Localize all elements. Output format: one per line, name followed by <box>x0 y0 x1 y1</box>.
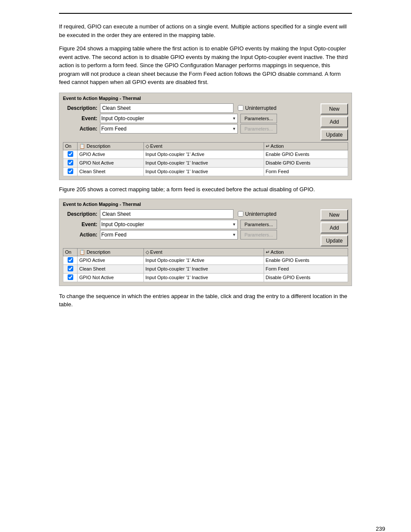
table-row: GPIO Active Input Opto-coupler '1' Activ… <box>63 256 348 264</box>
event-cell: Input Opto-coupler '1' Active <box>143 256 264 264</box>
figure-205-buttons: New Add Update <box>321 209 348 246</box>
figure-205-event-select-wrapper: Input Opto-coupler <box>100 220 238 229</box>
figure-205-col-desc: 📋 Description <box>78 248 143 256</box>
figure-205-new-btn[interactable]: New <box>321 209 348 221</box>
figure-205-left: Description: Uninterrupted Event: Input … <box>63 209 317 246</box>
figure-205-action-params-btn[interactable]: Parameters... <box>240 230 277 240</box>
figure-205-col-action: ↵ Action <box>264 248 348 256</box>
figure-205-event-params-btn[interactable]: Parameters... <box>240 220 277 229</box>
figure-205-table: On 📋 Description ◇ Event ↵ Action GPIO A… <box>63 248 348 282</box>
figure-204-event-select-wrapper: Input Opto-coupler <box>100 114 238 123</box>
figure-205-add-btn[interactable]: Add <box>321 222 348 233</box>
figure-204-action-row: Action: Form Feed Parameters... <box>63 124 317 134</box>
event-cell: Input Opto-coupler '1' Inactive <box>143 264 264 273</box>
figure-205-event-label: Event: <box>63 221 97 227</box>
action-cell: Disable GPIO Events <box>264 159 348 167</box>
on-cell[interactable] <box>63 256 78 264</box>
desc-cell: GPIO Active <box>78 150 143 159</box>
desc-cell: GPIO Not Active <box>78 273 143 282</box>
event-cell: Input Opto-coupler '1' Inactive <box>143 167 264 176</box>
figure-205-action-row: Action: Form Feed Parameters... <box>63 230 317 240</box>
action-cell: Disable GPIO Events <box>264 273 348 282</box>
table-row: Clean Sheet Input Opto-coupler '1' Inact… <box>63 167 348 176</box>
desc-cell: Clean Sheet <box>78 167 143 176</box>
figure-204-table: On 📋 Description ◇ Event ↵ Action GPIO A… <box>63 142 348 176</box>
figure-204-title: Event to Action Mapping - Thermal <box>63 96 348 101</box>
figure-204-col-desc: 📋 Description <box>78 142 143 150</box>
figure-204-event-select[interactable]: Input Opto-coupler <box>100 114 238 123</box>
action-cell: Form Feed <box>264 264 348 273</box>
figure-204-action-select[interactable]: Form Feed <box>100 124 238 134</box>
figure-205-col-event: ◇ Event <box>143 248 264 256</box>
figure-204-left: Description: Uninterrupted Event: Input … <box>63 103 317 140</box>
figure-204-desc-label: Description: <box>63 105 97 111</box>
figure-204-event-params-btn[interactable]: Parameters... <box>240 114 277 123</box>
figure-204-col-event: ◇ Event <box>143 142 264 150</box>
event-cell: Input Opto-coupler '1' Inactive <box>143 159 264 167</box>
table-row: GPIO Not Active Input Opto-coupler '1' I… <box>63 273 348 282</box>
figure-204-add-btn[interactable]: Add <box>321 116 348 128</box>
figure-205-desc-row: Description: Uninterrupted <box>63 209 317 219</box>
figure-205-inner: Description: Uninterrupted Event: Input … <box>63 209 348 246</box>
action-cell: Enable GPIO Events <box>264 256 348 264</box>
figure-205-title: Event to Action Mapping - Thermal <box>63 202 348 207</box>
figure-205-action-label: Action: <box>63 232 97 238</box>
figure-204-event-label: Event: <box>63 115 97 121</box>
figure-204-col-action: ↵ Action <box>264 142 348 150</box>
figure-205-col-on: On <box>63 248 78 256</box>
table-row: GPIO Active Input Opto-coupler '1' Activ… <box>63 150 348 159</box>
figure-205-desc-input[interactable] <box>100 209 234 219</box>
figure-205-action-select-wrapper: Form Feed <box>100 230 238 240</box>
figure-205-caption: Figure 205 shows a correct mapping table… <box>59 186 352 193</box>
event-cell: Input Opto-coupler '1' Inactive <box>143 273 264 282</box>
figure-204-inner: Description: Uninterrupted Event: Input … <box>63 103 348 140</box>
figure-204-panel: Event to Action Mapping - Thermal Descri… <box>59 93 352 180</box>
figure-204-update-btn[interactable]: Update <box>321 129 348 140</box>
table-row: Clean Sheet Input Opto-coupler '1' Inact… <box>63 264 348 273</box>
action-cell: Enable GPIO Events <box>264 150 348 159</box>
figure-205-action-select[interactable]: Form Feed <box>100 230 238 240</box>
page-number: 239 <box>376 526 385 532</box>
on-cell[interactable] <box>63 273 78 282</box>
paragraph-2: Figure 204 shows a mapping table where t… <box>59 44 352 87</box>
figure-204-buttons: New Add Update <box>321 103 348 140</box>
table-row: GPIO Not Active Input Opto-coupler '1' I… <box>63 159 348 167</box>
paragraph-4: To change the sequence in which the entr… <box>59 292 352 309</box>
figure-205-event-select[interactable]: Input Opto-coupler <box>100 220 238 229</box>
figure-205-update-btn[interactable]: Update <box>321 235 348 246</box>
figure-205-uninterrupted-label: Uninterrupted <box>245 211 277 217</box>
figure-204-desc-row: Description: Uninterrupted <box>63 103 317 113</box>
desc-cell: Clean Sheet <box>78 264 143 273</box>
figure-205-event-row: Event: Input Opto-coupler Parameters... <box>63 220 317 229</box>
figure-204-new-btn[interactable]: New <box>321 103 348 115</box>
figure-205-panel: Event to Action Mapping - Thermal Descri… <box>59 199 352 286</box>
figure-205-uninterrupted-check[interactable] <box>238 211 243 217</box>
figure-204-event-row: Event: Input Opto-coupler Parameters... <box>63 114 317 123</box>
event-cell: Input Opto-coupler '1' Active <box>143 150 264 159</box>
figure-204-col-on: On <box>63 142 78 150</box>
figure-204-desc-input[interactable] <box>100 103 234 113</box>
figure-204-uninterrupted-check[interactable] <box>238 105 243 111</box>
desc-cell: GPIO Not Active <box>78 159 143 167</box>
figure-204-action-params-btn[interactable]: Parameters... <box>240 124 277 134</box>
figure-205-desc-label: Description: <box>63 211 97 217</box>
action-cell: Form Feed <box>264 167 348 176</box>
paragraph-1: If required, GPIO can execute a number o… <box>59 22 352 39</box>
figure-204-uninterrupted-label: Uninterrupted <box>245 105 277 111</box>
desc-cell: GPIO Active <box>78 256 143 264</box>
figure-204-action-select-wrapper: Form Feed <box>100 124 238 134</box>
content-area: If required, GPIO can execute a number o… <box>59 14 352 309</box>
on-cell[interactable] <box>63 159 78 167</box>
on-cell[interactable] <box>63 150 78 159</box>
on-cell[interactable] <box>63 264 78 273</box>
figure-204-action-label: Action: <box>63 126 97 132</box>
on-cell[interactable] <box>63 167 78 176</box>
page: If required, GPIO can execute a number o… <box>0 13 411 532</box>
